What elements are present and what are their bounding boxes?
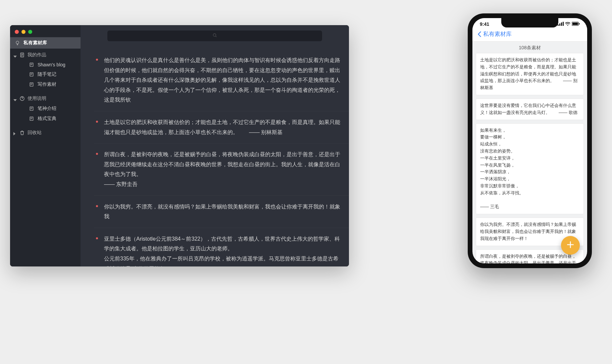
sidebar-item-shawns-blog[interactable]: Shawn's blog — [10, 60, 81, 69]
search-input[interactable] — [107, 31, 322, 41]
note-text: 土地是以它的肥沃和收获而被估价的；才能也是土地，不过它生产的不是粮食，而是真理。… — [104, 119, 340, 135]
phone-count-label: 108条素材 — [472, 42, 587, 53]
lightbulb-icon — [15, 40, 20, 46]
sidebar-child-label: 随手笔记 — [38, 71, 56, 77]
phone-card[interactable]: 这世界要是没有爱情，它在我们心中还会有什么意义！这就如一盏没有亮光的走马灯。 —… — [476, 99, 584, 120]
sidebar-item-jotting[interactable]: 随手笔记 — [10, 69, 81, 79]
document-icon — [19, 52, 25, 58]
phone-card-list[interactable]: 土地是以它的肥沃和收获而被估价的；才能也是土地，不过它生产的不是粮食，而是真理。… — [472, 53, 587, 263]
sidebar: 私有素材库 我的作品 Shawn's blog 随手笔记 写作 — [10, 25, 81, 266]
signal-icon — [558, 21, 564, 27]
note-text: 所谓白夜，是被剥夺的夜晚，还是被赐予的白昼，将夜晚伪装成白昼的太阳，是出于善意，… — [104, 151, 340, 187]
phone-screen: 9:41 私有素材库 108条素材 土地是以它的肥沃和收获而被估价的；才能 — [472, 18, 587, 263]
note-icon — [29, 72, 34, 77]
phone-nav-title: 私有素材库 — [483, 30, 512, 38]
card-text: 这世界要是没有爱情，它在我们心中还会有什么意义！这就如一盏没有亮光的走马灯。 —… — [480, 103, 577, 115]
sidebar-child-label: 笔神介绍 — [38, 106, 56, 112]
svg-point-0 — [16, 41, 19, 44]
sidebar-group-trash[interactable]: 回收站 — [10, 126, 81, 138]
sidebar-group-instructions[interactable]: 使用说明 — [10, 92, 81, 104]
svg-rect-9 — [558, 24, 559, 26]
maximize-window-button[interactable] — [28, 30, 32, 34]
card-text: 土地是以它的肥沃和收获而被估价的；才能也是土地，不过它生产的不是粮食，而是真理。… — [480, 57, 577, 90]
sidebar-group-my-works[interactable]: 我的作品 — [10, 49, 81, 60]
note-text: 他们的灵魂认识什么是真什么是善什么是美，虽则他们的肉体与智识有时候会诱惑他们反着… — [104, 57, 340, 103]
sidebar-item-bishen-intro[interactable]: 笔神介绍 — [10, 104, 81, 114]
phone-card[interactable]: 如果有来生， 要做一棵树， 站成永恒， 没有悲欢的姿势。 一半在土里安详， 一半… — [476, 123, 584, 215]
note-text: 亚里士多德（Aristotle公元前384～前322），古代先哲，古希腊人，世界… — [104, 236, 340, 266]
sidebar-item-writing-material[interactable]: 写作素材 — [10, 79, 81, 89]
note-icon — [29, 62, 34, 67]
sidebar-group-label: 回收站 — [28, 130, 42, 136]
battery-icon — [572, 21, 580, 27]
sidebar-child-label: Shawn's blog — [38, 62, 65, 67]
chevron-right-icon — [13, 131, 17, 134]
phone-notch — [501, 18, 558, 27]
sidebar-primary-label: 私有素材库 — [23, 40, 47, 46]
wifi-icon — [565, 21, 570, 27]
note-item[interactable]: 你以为我穷。不漂亮，就没有感情吗？如果上帝赐给我美貌和财富，我也会让你难于离开我… — [94, 195, 349, 228]
card-text: 你以为我穷。不漂亮，就没有感情吗？如果上帝赐给我美貌和财富，我也会让你难于离开我… — [480, 222, 576, 241]
svg-rect-15 — [579, 23, 579, 25]
phone-nav-bar: 私有素材库 — [472, 28, 587, 42]
sidebar-item-format-dict[interactable]: 格式宝典 — [10, 114, 81, 124]
window-controls — [10, 25, 81, 37]
note-icon — [29, 82, 34, 87]
note-list[interactable]: 他们的灵魂认识什么是真什么是善什么是美，虽则他们的肉体与智识有时候会诱惑他们反着… — [81, 44, 349, 266]
plus-icon — [566, 240, 575, 250]
chevron-down-icon — [13, 97, 17, 100]
card-text: 所谓白夜，是被剥夺的夜晚，还是被赐予的白昼，将夜晚伪装成白昼的太阳，是出于善意，… — [480, 254, 576, 263]
sidebar-group-label: 使用说明 — [28, 96, 46, 102]
status-time: 9:41 — [480, 21, 489, 27]
sidebar-primary-material-library[interactable]: 私有素材库 — [10, 37, 81, 49]
phone-device-frame: 9:41 私有素材库 108条素材 土地是以它的肥沃和收获而被估价的；才能 — [468, 13, 592, 268]
sidebar-child-label: 格式宝典 — [38, 116, 56, 122]
note-item[interactable]: 他们的灵魂认识什么是真什么是善什么是美，虽则他们的肉体与智识有时候会诱惑他们反着… — [94, 49, 349, 111]
svg-point-8 — [213, 34, 216, 36]
note-item[interactable]: 亚里士多德（Aristotle公元前384～前322），古代先哲，古希腊人，世界… — [94, 228, 349, 266]
note-icon — [29, 116, 34, 121]
sidebar-child-label: 写作素材 — [38, 81, 56, 87]
phone-card[interactable]: 土地是以它的肥沃和收获而被估价的；才能也是土地，不过它生产的不是粮食，而是真理。… — [476, 53, 584, 95]
card-text: 如果有来生， 要做一棵树， 站成永恒， 没有悲欢的姿势。 一半在土里安详， 一半… — [480, 128, 524, 209]
editor-pane: 他们的灵魂认识什么是真什么是善什么是美，虽则他们的肉体与智识有时候会诱惑他们反着… — [81, 25, 349, 266]
sidebar-group-label: 我的作品 — [28, 52, 46, 58]
chevron-down-icon — [13, 53, 17, 57]
search-icon — [212, 33, 217, 39]
svg-rect-14 — [572, 22, 578, 25]
svg-rect-11 — [561, 22, 562, 26]
back-button[interactable] — [477, 31, 482, 37]
close-window-button[interactable] — [15, 30, 19, 34]
svg-rect-10 — [559, 23, 560, 26]
desktop-app-window: 私有素材库 我的作品 Shawn's blog 随手笔记 写作 — [10, 25, 349, 266]
svg-rect-12 — [563, 22, 564, 26]
note-text: 你以为我穷。不漂亮，就没有感情吗？如果上帝赐给我美貌和财富，我也会让你难于离开我… — [104, 204, 340, 220]
note-icon — [29, 106, 34, 111]
add-button[interactable] — [561, 236, 580, 255]
trash-icon — [19, 130, 25, 135]
note-item[interactable]: 所谓白夜，是被剥夺的夜晚，还是被赐予的白昼，将夜晚伪装成白昼的太阳，是出于善意，… — [94, 143, 349, 195]
help-icon — [19, 96, 25, 101]
note-item[interactable]: 土地是以它的肥沃和收获而被估价的；才能也是土地，不过它生产的不是粮食，而是真理。… — [94, 111, 349, 143]
minimize-window-button[interactable] — [21, 30, 26, 34]
